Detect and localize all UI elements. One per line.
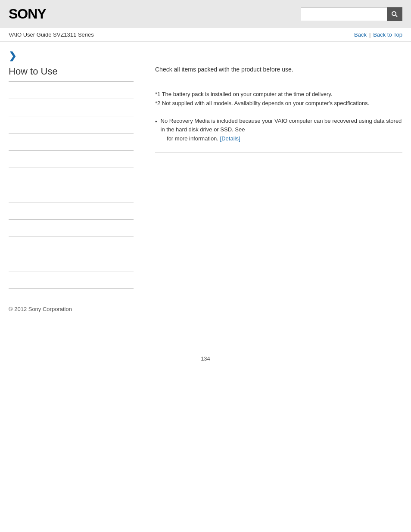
svg-line-1 xyxy=(396,15,398,17)
page-number: 134 xyxy=(0,355,411,370)
svg-point-0 xyxy=(392,12,396,16)
list-item[interactable] xyxy=(9,202,134,220)
nav-links: Back | Back to Top xyxy=(354,31,402,38)
list-item[interactable] xyxy=(9,237,134,254)
back-to-top-link[interactable]: Back to Top xyxy=(373,31,402,38)
bullet-block: • No Recovery Media is included because … xyxy=(155,117,402,152)
search-input[interactable] xyxy=(301,7,387,21)
footnote-block: *1 The battery pack is installed on your… xyxy=(155,90,402,108)
header: SONY xyxy=(0,0,411,28)
list-item[interactable] xyxy=(9,134,134,151)
list-item[interactable] xyxy=(9,254,134,271)
footnote-1: *1 The battery pack is installed on your… xyxy=(155,90,402,99)
list-item[interactable] xyxy=(9,99,134,116)
list-item[interactable] xyxy=(9,220,134,237)
list-item[interactable] xyxy=(9,82,134,99)
list-item[interactable] xyxy=(9,271,134,289)
sony-logo: SONY xyxy=(9,6,46,22)
nav-separator: | xyxy=(369,31,371,38)
two-column-layout: How to Use Check all items packed with t… xyxy=(9,66,402,289)
footer-copyright: © 2012 Sony Corporation xyxy=(9,306,402,312)
check-text: Check all items packed with the product … xyxy=(155,66,402,73)
bullet-text: No Recovery Media is included because yo… xyxy=(161,117,402,143)
search-icon xyxy=(391,11,398,18)
breadcrumb: VAIO User Guide SVZ1311 Series xyxy=(9,31,94,38)
nav-bar: VAIO User Guide SVZ1311 Series Back | Ba… xyxy=(0,28,411,42)
left-nav: How to Use xyxy=(9,66,142,289)
bullet-dot: • xyxy=(155,118,157,127)
list-item[interactable] xyxy=(9,185,134,202)
chevron-container: ❯ xyxy=(9,50,402,62)
list-item[interactable] xyxy=(9,116,134,134)
details-link[interactable]: [Details] xyxy=(220,135,240,142)
main-content: ❯ How to Use Check all items packed with… xyxy=(0,42,411,321)
bullet-item: • No Recovery Media is included because … xyxy=(155,117,402,143)
right-content: Check all items packed with the product … xyxy=(142,66,402,289)
back-link[interactable]: Back xyxy=(354,31,367,38)
footnote-2: *2 Not supplied with all models. Availab… xyxy=(155,99,402,108)
chevron-icon: ❯ xyxy=(9,50,16,61)
list-item[interactable] xyxy=(9,151,134,168)
list-item[interactable] xyxy=(9,168,134,185)
section-title: How to Use xyxy=(9,66,134,82)
search-button[interactable] xyxy=(387,7,402,21)
search-area xyxy=(301,7,402,21)
